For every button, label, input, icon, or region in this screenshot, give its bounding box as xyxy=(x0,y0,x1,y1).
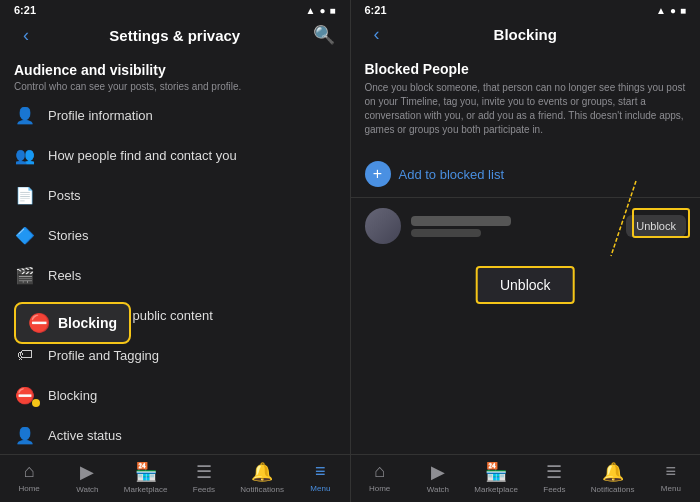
blocking-content: Blocked People Once you block someone, t… xyxy=(351,51,701,454)
feeds-icon-right: ☰ xyxy=(546,461,562,483)
notifications-label-left: Notifications xyxy=(240,485,284,494)
add-icon: + xyxy=(365,161,391,187)
blocked-name-blurred xyxy=(411,216,511,226)
add-to-blocked-list-button[interactable]: + Add to blocked list xyxy=(351,153,701,195)
avatar-image xyxy=(365,208,401,244)
add-blocked-label: Add to blocked list xyxy=(399,167,505,182)
posts-label: Posts xyxy=(48,188,336,203)
profile-icon: 👤 xyxy=(14,104,36,126)
tab-home-right[interactable]: ⌂ Home xyxy=(351,459,409,496)
menu-label-left: Menu xyxy=(310,484,330,493)
blocking-label: Blocking xyxy=(48,388,336,403)
tab-marketplace-left[interactable]: 🏪 Marketplace xyxy=(117,459,175,496)
blocking-callout-label: Blocking xyxy=(58,315,117,331)
tab-watch-right[interactable]: ▶ Watch xyxy=(409,459,467,496)
people-icon: 👥 xyxy=(14,144,36,166)
marketplace-label-right: Marketplace xyxy=(474,485,518,494)
unblock-callout: Unblock xyxy=(476,266,575,304)
notifications-icon-right: 🔔 xyxy=(602,461,624,483)
blocked-people-description: Once you block someone, that person can … xyxy=(365,81,687,137)
status-bar-right: 6:21 ▲ ● ■ xyxy=(351,0,701,18)
sidebar-item-blocking[interactable]: ⛔ Blocking xyxy=(0,375,350,415)
blocked-people-title: Blocked People xyxy=(365,61,687,77)
tab-notifications-left[interactable]: 🔔 Notifications xyxy=(233,459,291,496)
feeds-label-right: Feeds xyxy=(543,485,565,494)
tab-home-left[interactable]: ⌂ Home xyxy=(0,459,58,496)
status-icons-left: ▲ ● ■ xyxy=(306,5,336,16)
feeds-label-left: Feeds xyxy=(193,485,215,494)
signal-icon-right: ▲ xyxy=(656,5,666,16)
stories-icon: 🔷 xyxy=(14,224,36,246)
feeds-icon-left: ☰ xyxy=(196,461,212,483)
menu-label-right: Menu xyxy=(661,484,681,493)
watch-label-left: Watch xyxy=(76,485,98,494)
sidebar-item-how-people-find[interactable]: 👥 How people find and contact you xyxy=(0,135,350,175)
tab-menu-left[interactable]: ≡ Menu xyxy=(291,459,349,496)
wifi-icon: ● xyxy=(319,5,325,16)
tab-bar-left: ⌂ Home ▶ Watch 🏪 Marketplace ☰ Feeds 🔔 N… xyxy=(0,454,350,502)
unblock-callout-text: Unblock xyxy=(500,277,551,293)
back-button-left[interactable]: ‹ xyxy=(14,25,38,46)
status-icons-right: ▲ ● ■ xyxy=(656,5,686,16)
tagging-icon: 🏷 xyxy=(14,344,36,366)
status-time-left: 6:21 xyxy=(14,4,36,16)
watch-icon-right: ▶ xyxy=(431,461,445,483)
tab-watch-left[interactable]: ▶ Watch xyxy=(58,459,116,496)
marketplace-icon-left: 🏪 xyxy=(135,461,157,483)
home-label-left: Home xyxy=(18,484,39,493)
sidebar-item-active-status[interactable]: 👤 Active status xyxy=(0,415,350,454)
settings-content: Audience and visibility Control who can … xyxy=(0,52,350,454)
profile-information-label: Profile information xyxy=(48,108,336,123)
blocked-avatar xyxy=(365,208,401,244)
right-panel: 6:21 ▲ ● ■ ‹ Blocking Blocked People Onc… xyxy=(351,0,701,502)
wifi-icon-right: ● xyxy=(670,5,676,16)
blocking-nav-header: ‹ Blocking xyxy=(351,18,701,51)
watch-icon-left: ▶ xyxy=(80,461,94,483)
sidebar-item-profile-information[interactable]: 👤 Profile information xyxy=(0,95,350,135)
active-status-icon: 👤 xyxy=(14,424,36,446)
unblock-button[interactable]: Unblock xyxy=(626,215,686,237)
blocking-callout-icon: ⛔ xyxy=(28,312,50,334)
posts-icon: 📄 xyxy=(14,184,36,206)
sidebar-item-stories[interactable]: 🔷 Stories xyxy=(0,215,350,255)
back-button-right[interactable]: ‹ xyxy=(365,24,389,45)
stories-label: Stories xyxy=(48,228,336,243)
tab-bar-right: ⌂ Home ▶ Watch 🏪 Marketplace ☰ Feeds 🔔 N… xyxy=(351,454,701,502)
notifications-label-right: Notifications xyxy=(591,485,635,494)
tab-menu-right[interactable]: ≡ Menu xyxy=(642,459,700,496)
menu-icon-right: ≡ xyxy=(666,461,677,482)
blocked-sub-blurred xyxy=(411,229,481,237)
how-people-find-label: How people find and contact you xyxy=(48,148,336,163)
search-button[interactable]: 🔍 xyxy=(312,24,336,46)
sidebar-item-posts[interactable]: 📄 Posts xyxy=(0,175,350,215)
blocked-people-section: Blocked People Once you block someone, t… xyxy=(351,51,701,153)
blocking-title: Blocking xyxy=(389,26,663,43)
blocked-person-row: Unblock xyxy=(351,200,701,252)
settings-title: Settings & privacy xyxy=(38,27,312,44)
tab-feeds-left[interactable]: ☰ Feeds xyxy=(175,459,233,496)
active-status-label: Active status xyxy=(48,428,336,443)
tab-marketplace-right[interactable]: 🏪 Marketplace xyxy=(467,459,525,496)
signal-icon: ▲ xyxy=(306,5,316,16)
audience-section-header: Audience and visibility Control who can … xyxy=(0,52,350,95)
notifications-icon-left: 🔔 xyxy=(251,461,273,483)
status-time-right: 6:21 xyxy=(365,4,387,16)
blocking-callout-box: ⛔ Blocking xyxy=(14,302,131,344)
settings-nav-header: ‹ Settings & privacy 🔍 xyxy=(0,18,350,52)
marketplace-label-left: Marketplace xyxy=(124,485,168,494)
battery-icon-right: ■ xyxy=(680,5,686,16)
left-panel: 6:21 ▲ ● ■ ‹ Settings & privacy 🔍 Audien… xyxy=(0,0,351,502)
watch-label-right: Watch xyxy=(427,485,449,494)
status-bar-left: 6:21 ▲ ● ■ xyxy=(0,0,350,18)
marketplace-icon-right: 🏪 xyxy=(485,461,507,483)
sidebar-item-reels[interactable]: 🎬 Reels xyxy=(0,255,350,295)
tab-notifications-right[interactable]: 🔔 Notifications xyxy=(584,459,642,496)
blocking-highlight-dot xyxy=(32,399,40,407)
home-icon-left: ⌂ xyxy=(24,461,35,482)
blocked-name-area xyxy=(411,216,617,237)
tab-feeds-right[interactable]: ☰ Feeds xyxy=(525,459,583,496)
home-label-right: Home xyxy=(369,484,390,493)
profile-tagging-label: Profile and Tagging xyxy=(48,348,336,363)
reels-label: Reels xyxy=(48,268,336,283)
reels-icon: 🎬 xyxy=(14,264,36,286)
